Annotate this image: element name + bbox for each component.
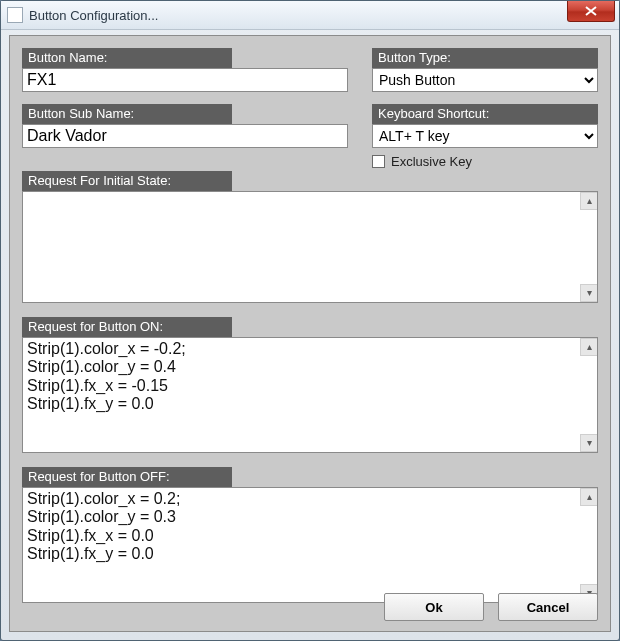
button-sub-name-input[interactable] xyxy=(22,124,348,148)
close-icon xyxy=(585,6,597,16)
button-name-block: Button Name: xyxy=(22,48,348,92)
exclusive-key-checkbox[interactable] xyxy=(372,155,385,168)
app-icon xyxy=(7,7,23,23)
request-off-label: Request for Button OFF: xyxy=(22,467,232,487)
button-sub-name-label: Button Sub Name: xyxy=(22,104,232,124)
keyboard-shortcut-block: Keyboard Shortcut: ALT+ T key xyxy=(372,104,598,148)
button-name-input[interactable] xyxy=(22,68,348,92)
dialog-body: Button Name: Button Sub Name: Button Typ… xyxy=(9,35,611,632)
exclusive-key-label: Exclusive Key xyxy=(391,154,472,169)
scroll-down-icon[interactable]: ▾ xyxy=(580,284,597,302)
close-button[interactable] xyxy=(567,1,615,22)
request-initial-label: Request For Initial State: xyxy=(22,171,232,191)
request-on-section: Request for Button ON: Strip(1).color_x … xyxy=(22,317,598,453)
cancel-button[interactable]: Cancel xyxy=(498,593,598,621)
request-on-content: Strip(1).color_x = -0.2; Strip(1).color_… xyxy=(23,338,597,416)
keyboard-shortcut-label: Keyboard Shortcut: xyxy=(372,104,598,124)
ok-button[interactable]: Ok xyxy=(384,593,484,621)
button-type-select[interactable]: Push Button xyxy=(372,68,598,92)
request-off-section: Request for Button OFF: Strip(1).color_x… xyxy=(22,467,598,603)
scroll-up-icon[interactable]: ▴ xyxy=(580,338,597,356)
button-type-block: Button Type: Push Button xyxy=(372,48,598,92)
button-name-label: Button Name: xyxy=(22,48,232,68)
dialog-footer: Ok Cancel xyxy=(384,593,598,621)
scroll-up-icon[interactable]: ▴ xyxy=(580,488,597,506)
request-on-textarea[interactable]: Strip(1).color_x = -0.2; Strip(1).color_… xyxy=(22,337,598,453)
request-initial-section: Request For Initial State: ▴ ▾ xyxy=(22,171,598,303)
keyboard-shortcut-select[interactable]: ALT+ T key xyxy=(372,124,598,148)
request-off-content: Strip(1).color_x = 0.2; Strip(1).color_y… xyxy=(23,488,597,566)
button-type-label: Button Type: xyxy=(372,48,598,68)
exclusive-key-row[interactable]: Exclusive Key xyxy=(372,154,598,169)
request-on-label: Request for Button ON: xyxy=(22,317,232,337)
dialog-window: Button Configuration... Button Name: But… xyxy=(0,0,620,641)
window-title: Button Configuration... xyxy=(29,8,158,23)
titlebar[interactable]: Button Configuration... xyxy=(1,1,619,30)
scroll-up-icon[interactable]: ▴ xyxy=(580,192,597,210)
scroll-down-icon[interactable]: ▾ xyxy=(580,434,597,452)
request-off-textarea[interactable]: Strip(1).color_x = 0.2; Strip(1).color_y… xyxy=(22,487,598,603)
button-sub-name-block: Button Sub Name: xyxy=(22,104,348,148)
request-initial-content xyxy=(23,192,597,196)
request-initial-textarea[interactable]: ▴ ▾ xyxy=(22,191,598,303)
